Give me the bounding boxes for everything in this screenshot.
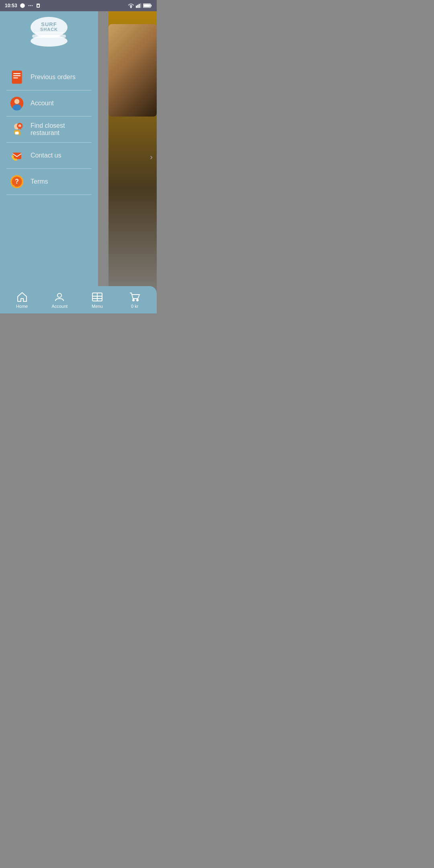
chevron-right-icon[interactable]: ›: [150, 152, 153, 162]
svg-rect-7: [137, 5, 139, 8]
svg-rect-11: [143, 4, 150, 7]
svg-rect-19: [12, 71, 22, 84]
location-icon: [10, 122, 24, 137]
terms-icon: ?: [10, 174, 24, 189]
menu-item-terms[interactable]: ? Terms: [6, 169, 92, 195]
svg-point-16: [31, 35, 68, 47]
menu-label-account: Account: [31, 100, 54, 107]
menu-list: Previous orders Account: [0, 64, 98, 283]
battery-icon: [143, 3, 152, 8]
menu-item-contact-us[interactable]: Contact us: [6, 143, 92, 169]
svg-rect-8: [139, 4, 140, 8]
svg-rect-23: [12, 82, 14, 84]
svg-rect-24: [15, 82, 17, 84]
menu-label-previous-orders: Previous orders: [31, 74, 76, 81]
svg-text:?: ?: [15, 178, 19, 185]
svg-point-3: [32, 5, 33, 6]
svg-rect-33: [15, 131, 19, 134]
restaurant-background: [108, 0, 157, 313]
svg-rect-6: [136, 6, 137, 8]
nav-label-home: Home: [16, 304, 28, 309]
nav-item-account[interactable]: Account: [41, 291, 79, 309]
notification-icon: [20, 3, 25, 8]
status-bar: 10:53: [0, 0, 157, 11]
menu-label-find-restaurant: Find closest restaurant: [31, 122, 88, 137]
menu-item-find-restaurant[interactable]: Find closest restaurant: [6, 117, 92, 143]
signal-icon: [136, 3, 141, 8]
surf-shack-logo: SURF SHACK: [25, 16, 73, 56]
restaurant-photo: [108, 24, 157, 117]
nav-label-cart: 0 kr: [131, 304, 138, 309]
menu-item-account[interactable]: Account: [6, 90, 92, 117]
nav-item-cart[interactable]: 0 kr: [116, 291, 154, 309]
svg-point-46: [133, 299, 134, 301]
receipt-icon: [10, 70, 24, 84]
svg-rect-25: [18, 82, 20, 84]
nav-label-account: Account: [51, 304, 68, 309]
phone-icon: [10, 148, 24, 163]
svg-rect-5: [37, 5, 39, 7]
svg-point-30: [13, 104, 21, 110]
nav-label-menu: Menu: [92, 304, 103, 309]
menu-label-terms: Terms: [31, 178, 48, 185]
wifi-icon: [128, 3, 134, 8]
status-time: 10:53: [5, 3, 17, 8]
sim-icon: [36, 3, 41, 8]
home-nav-icon: [16, 291, 28, 303]
circle-dots-icon: [28, 3, 33, 8]
cart-nav-icon: [129, 291, 140, 303]
svg-point-2: [30, 5, 31, 6]
nav-item-menu[interactable]: Menu: [78, 291, 116, 309]
nav-item-home[interactable]: Home: [3, 291, 41, 309]
svg-point-0: [20, 3, 25, 8]
svg-text:SHACK: SHACK: [40, 27, 58, 32]
menu-item-previous-orders[interactable]: Previous orders: [6, 64, 92, 90]
svg-point-47: [137, 299, 138, 301]
svg-point-29: [14, 99, 20, 104]
account-icon: [10, 96, 24, 111]
side-drawer: SURF SHACK Previous orders: [0, 0, 98, 313]
svg-text:SURF: SURF: [41, 21, 57, 27]
svg-rect-9: [140, 3, 141, 8]
menu-label-contact-us: Contact us: [31, 152, 61, 159]
svg-point-41: [57, 293, 61, 297]
svg-point-1: [28, 5, 29, 6]
menu-nav-icon: [92, 291, 103, 303]
account-nav-icon: [54, 291, 65, 303]
svg-rect-12: [151, 5, 151, 7]
bottom-navigation: Home Account Menu 0 kr: [0, 286, 157, 313]
